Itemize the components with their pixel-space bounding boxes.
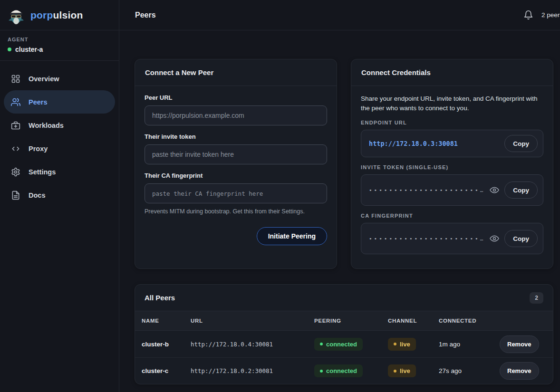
form-actions: Initiate Peering <box>145 227 327 245</box>
sidebar-item-settings[interactable]: Settings <box>4 160 115 183</box>
sidebar-item-workloads[interactable]: Workloads <box>4 114 115 137</box>
peer-name: cluster-c <box>142 367 191 374</box>
column-header-connected: CONNECTED <box>439 318 500 324</box>
invite-token-section-label: INVITE TOKEN (SINGLE-USE) <box>361 164 543 170</box>
status-dot <box>394 370 396 373</box>
page-title: Peers <box>135 11 156 19</box>
table-row: cluster-c http://172.18.0.2:30081 connec… <box>135 357 553 384</box>
sidebar-item-peers[interactable]: Peers <box>4 90 115 114</box>
remove-peer-button[interactable]: Remove <box>500 335 539 353</box>
remove-peer-button[interactable]: Remove <box>500 362 539 380</box>
peer-count-summary: 2 peers <box>541 11 560 19</box>
app-root: porpulsion AGENT cluster-a Overview Pee <box>0 0 560 392</box>
brand-wordmark: porpulsion <box>30 10 83 21</box>
gear-icon <box>11 167 20 177</box>
credentials-card-title: Connect Credentials <box>351 59 553 86</box>
sidebar-item-label: Overview <box>29 75 59 83</box>
connect-credentials-card: Connect Credentials Share your endpoint … <box>351 59 553 269</box>
connected-time: 27s ago <box>439 367 500 374</box>
main-area: Peers 2 peers Connect a New Peer Peer UR… <box>119 0 560 392</box>
all-peers-card: All Peers 2 NAME URL PEERING CHANNEL CON… <box>135 284 553 384</box>
connect-card-title: Connect a New Peer <box>135 59 337 86</box>
endpoint-copy-button[interactable]: Copy <box>504 135 538 152</box>
invite-token-input[interactable] <box>145 144 327 164</box>
logo-row: porpulsion <box>0 0 119 30</box>
ca-fingerprint-hint: Prevents MITM during bootstrap. Get this… <box>145 208 327 215</box>
ca-fingerprint-reveal-button[interactable] <box>489 233 500 244</box>
status-dot <box>394 343 396 345</box>
ca-fingerprint-box: ••••••••••••••••••••••••••••••••••••••••… <box>361 223 543 254</box>
row-actions: Remove <box>500 335 546 353</box>
invite-token-box: ••••••••••••••••••••••••••••••••••••••••… <box>361 174 543 206</box>
sidebar-item-label: Docs <box>29 191 45 199</box>
status-dot <box>320 343 323 345</box>
peer-url-input[interactable] <box>145 105 327 125</box>
briefcase-icon <box>11 121 20 130</box>
eye-icon <box>490 234 499 243</box>
all-peers-title: All Peers <box>145 294 175 302</box>
ca-fingerprint-copy-button[interactable]: Copy <box>504 230 538 247</box>
row-actions: Remove <box>500 362 546 380</box>
sidebar-nav: Overview Peers Workloads Proxy <box>0 61 119 213</box>
connected-time: 1m ago <box>439 341 500 348</box>
invite-token-copy-button[interactable]: Copy <box>504 182 538 199</box>
endpoint-url-label: ENDPOINT URL <box>361 120 543 125</box>
peer-url-field: Peer URL <box>145 94 327 125</box>
peer-url-label: Peer URL <box>145 94 327 101</box>
channel-status-badge: live <box>388 364 416 377</box>
column-header-channel: CHANNEL <box>388 318 439 324</box>
peer-url: http://172.18.0.2:30081 <box>191 367 314 374</box>
content: Connect a New Peer Peer URL Their invite… <box>119 30 560 384</box>
agent-block: AGENT cluster-a <box>0 30 119 61</box>
bell-icon[interactable] <box>523 10 533 20</box>
sidebar-item-overview[interactable]: Overview <box>4 67 115 90</box>
users-icon <box>11 97 20 107</box>
peering-status-badge: connected <box>314 338 363 351</box>
agent-label: AGENT <box>8 37 111 42</box>
grid-icon <box>11 74 20 84</box>
channel-status-badge: live <box>388 338 416 351</box>
eye-icon <box>490 185 499 195</box>
topbar: Peers 2 peers <box>119 0 560 30</box>
ca-fingerprint-input[interactable] <box>145 183 327 203</box>
ca-fingerprint-section-label: CA FINGERPRINT <box>361 213 543 219</box>
endpoint-url-box: http://172.18.0.3:30081 Copy <box>361 130 543 157</box>
invite-token-masked-value: •••••••••••••••••••••••••••••••••••••••• <box>369 187 484 193</box>
sidebar-item-docs[interactable]: Docs <box>4 183 115 207</box>
peering-status-badge: connected <box>314 364 363 377</box>
connect-new-peer-card: Connect a New Peer Peer URL Their invite… <box>135 59 337 269</box>
ca-fingerprint-masked-value: •••••••••••••••••••••••••••••••••••••••• <box>369 236 484 242</box>
cards-row: Connect a New Peer Peer URL Their invite… <box>135 59 553 269</box>
column-header-url: URL <box>191 318 314 324</box>
all-peers-header: All Peers 2 <box>135 285 553 311</box>
invite-token-field: Their invite token <box>145 133 327 164</box>
column-header-peering: PEERING <box>314 318 388 324</box>
peers-count-badge: 2 <box>530 292 543 304</box>
sidebar-item-proxy[interactable]: Proxy <box>4 137 115 160</box>
agent-status-dot <box>8 48 11 51</box>
peer-url: http://172.18.0.4:30081 <box>191 341 314 348</box>
invite-token-label: Their invite token <box>145 133 327 140</box>
sidebar-item-label: Peers <box>29 98 48 106</box>
connect-card-body: Peer URL Their invite token Their CA fin… <box>135 86 337 255</box>
invite-token-reveal-button[interactable] <box>489 184 500 196</box>
initiate-peering-button[interactable]: Initiate Peering <box>257 227 327 245</box>
peer-name: cluster-b <box>142 341 191 348</box>
sidebar-item-label: Settings <box>29 168 56 176</box>
status-dot <box>320 370 323 373</box>
credentials-card-body: Share your endpoint URL, invite token, a… <box>351 86 553 264</box>
endpoint-url-value: http://172.18.0.3:30081 <box>369 140 500 147</box>
document-icon <box>11 191 20 200</box>
column-header-name: NAME <box>142 318 191 324</box>
sidebar-item-label: Proxy <box>29 145 48 153</box>
arrows-horizontal-icon <box>11 144 20 153</box>
peers-table-header: NAME URL PEERING CHANNEL CONNECTED <box>135 311 553 331</box>
agent-name: cluster-a <box>8 46 111 53</box>
sidebar: porpulsion AGENT cluster-a Overview Pee <box>0 0 119 392</box>
credentials-description: Share your endpoint URL, invite token, a… <box>361 94 543 113</box>
porpoise-mascot-logo <box>7 6 26 25</box>
table-row: cluster-b http://172.18.0.4:30081 connec… <box>135 331 553 357</box>
topbar-right: 2 peers <box>523 10 560 20</box>
sidebar-item-label: Workloads <box>29 122 64 129</box>
ca-fingerprint-label: Their CA fingerprint <box>145 172 327 179</box>
